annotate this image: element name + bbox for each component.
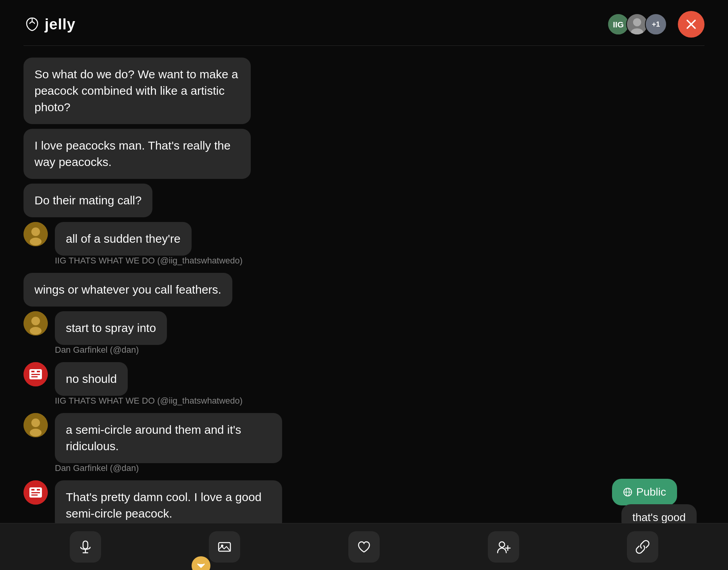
user-avatar-peacock	[24, 222, 48, 246]
svg-point-8	[31, 227, 40, 236]
message-row: no should IIG THATS WHAT WE DO (@iig_tha…	[24, 362, 704, 408]
image-button[interactable]	[209, 531, 240, 563]
user-avatar-peacock-2	[24, 311, 48, 336]
svg-rect-26	[31, 492, 40, 493]
svg-rect-37	[219, 543, 230, 551]
message-row: a semi-circle around them and it's ridic…	[24, 413, 704, 476]
speaker-label: IIG THATS WHAT WE DO (@iig_thatswhatwedo…	[55, 396, 704, 406]
message-bubble: a semi-circle around them and it's ridic…	[55, 413, 282, 463]
svg-point-39	[499, 542, 505, 547]
app-name: jelly	[45, 16, 76, 33]
jelly-logo-icon	[24, 16, 41, 33]
logo: jelly	[24, 16, 76, 33]
speaker-label: Dan Garfinkel (@dan)	[55, 345, 704, 355]
svg-rect-34	[83, 541, 88, 549]
speaker-label: IIG THATS WHAT WE DO (@iig_thatswhatwedo…	[55, 256, 704, 266]
svg-point-12	[30, 327, 42, 335]
svg-text:IIG: IIG	[613, 20, 624, 29]
svg-point-9	[30, 238, 42, 245]
svg-rect-25	[37, 489, 40, 491]
message-bubble: So what do we do? We want to make a peac…	[24, 58, 251, 124]
add-user-button[interactable]	[488, 531, 519, 563]
message-bubble: start to spray into	[55, 311, 167, 345]
public-label: Public	[636, 486, 666, 498]
public-bubble: Public	[612, 479, 677, 505]
message-bubble: Do their mating call?	[24, 184, 152, 217]
svg-point-11	[31, 317, 40, 325]
message-row: all of a sudden they're IIG THATS WHAT W…	[24, 222, 704, 268]
message-row: Do their mating call?	[24, 184, 704, 217]
svg-point-3	[633, 18, 641, 26]
user-avatar-iig	[24, 362, 48, 386]
message-bubble: I love peacocks man. That's really the w…	[24, 129, 251, 179]
user-avatar-peacock-3	[24, 413, 48, 437]
speaker-label: Dan Garfinkel (@dan)	[55, 463, 704, 473]
svg-rect-17	[31, 374, 40, 375]
svg-point-21	[30, 429, 42, 437]
svg-rect-16	[37, 371, 40, 372]
message-bubble: wings or whatever you call feathers.	[24, 273, 232, 307]
avatar-extra-count: +1	[645, 13, 667, 35]
user-avatar-dan	[24, 480, 48, 505]
message-row: I love peacocks man. That's really the w…	[24, 129, 704, 179]
message-bubble: no should	[55, 362, 128, 396]
close-button[interactable]	[678, 11, 704, 38]
header: jelly IIG +1	[0, 0, 728, 45]
message-bubble: all of a sudden they're	[55, 222, 192, 256]
globe-icon	[623, 487, 632, 497]
svg-rect-27	[31, 494, 38, 496]
avatar-group: IIG +1	[607, 13, 667, 35]
microphone-button[interactable]	[70, 531, 101, 563]
message-row: wings or whatever you call feathers.	[24, 273, 704, 307]
heart-button[interactable]	[348, 531, 380, 563]
svg-rect-18	[31, 376, 38, 377]
svg-point-20	[31, 418, 40, 427]
toolbar	[0, 523, 728, 570]
message-row: So what do we do? We want to make a peac…	[24, 58, 704, 124]
svg-rect-15	[31, 371, 34, 372]
header-right: IIG +1	[607, 11, 704, 38]
link-button[interactable]	[627, 531, 658, 563]
message-row: start to spray into Dan Garfinkel (@dan)	[24, 311, 704, 357]
svg-rect-24	[31, 489, 34, 491]
